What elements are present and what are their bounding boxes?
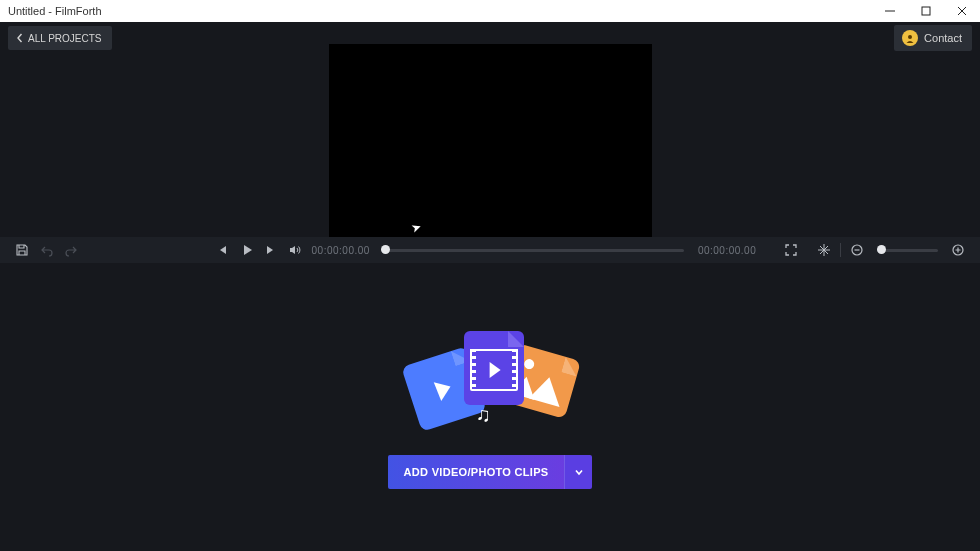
zoom-in-button[interactable] <box>950 241 966 259</box>
chevron-down-icon <box>573 466 585 478</box>
preview-area: ➤ <box>0 54 980 237</box>
skip-back-icon <box>215 243 229 257</box>
time-total: 00:00:00.00 <box>698 245 756 256</box>
svg-point-1 <box>908 35 912 39</box>
timeline-stage: ♫ ADD VIDEO/PHOTO CLIPS <box>0 263 980 551</box>
minimize-icon <box>885 6 895 16</box>
chevron-left-icon <box>14 32 26 44</box>
time-current: 00:00:00.00 <box>312 245 370 256</box>
add-clips-button[interactable]: ADD VIDEO/PHOTO CLIPS <box>388 455 565 489</box>
close-icon <box>957 6 967 16</box>
maximize-icon <box>921 6 931 16</box>
music-note-icon: ♫ <box>476 403 491 426</box>
contact-avatar-icon <box>902 30 918 46</box>
zoom-thumb[interactable] <box>877 245 886 254</box>
save-button[interactable] <box>14 241 30 259</box>
window-title: Untitled - FilmForth <box>8 5 102 17</box>
volume-button[interactable] <box>287 241 303 259</box>
all-projects-button[interactable]: ALL PROJECTS <box>8 26 112 50</box>
close-button[interactable] <box>944 0 980 22</box>
fullscreen-icon <box>784 243 798 257</box>
svg-rect-0 <box>922 7 930 15</box>
add-clips-split-button: ADD VIDEO/PHOTO CLIPS <box>388 455 593 489</box>
zoom-out-icon <box>850 243 864 257</box>
skip-forward-button[interactable] <box>263 241 279 259</box>
zoom-in-icon <box>951 243 965 257</box>
skip-back-button[interactable] <box>214 241 230 259</box>
play-icon <box>240 243 254 257</box>
all-projects-label: ALL PROJECTS <box>28 33 102 44</box>
play-button[interactable] <box>238 241 254 259</box>
add-clips-dropdown-button[interactable] <box>564 455 592 489</box>
preview-canvas[interactable] <box>329 44 652 237</box>
zoom-slider[interactable] <box>877 249 937 252</box>
minimize-button[interactable] <box>872 0 908 22</box>
contact-button[interactable]: Contact <box>894 25 972 51</box>
clip-file-icon <box>464 331 524 405</box>
undo-icon <box>40 243 54 257</box>
contact-label: Contact <box>924 32 962 44</box>
fullscreen-button[interactable] <box>783 241 799 259</box>
save-icon <box>15 243 29 257</box>
maximize-button[interactable] <box>908 0 944 22</box>
progress-thumb[interactable] <box>381 245 390 254</box>
zoom-out-button[interactable] <box>849 241 865 259</box>
redo-icon <box>64 243 78 257</box>
control-bar: 00:00:00.00 00:00:00.00 <box>0 237 980 263</box>
undo-button[interactable] <box>38 241 54 259</box>
skip-forward-icon <box>264 243 278 257</box>
redo-button[interactable] <box>63 241 79 259</box>
volume-icon <box>288 243 302 257</box>
progress-slider[interactable] <box>384 249 684 252</box>
empty-state-illustration: ♫ <box>400 333 580 433</box>
add-clips-label: ADD VIDEO/PHOTO CLIPS <box>404 466 549 478</box>
color-adjust-button[interactable] <box>816 241 832 259</box>
color-adjust-icon <box>817 243 831 257</box>
titlebar: Untitled - FilmForth <box>0 0 980 22</box>
